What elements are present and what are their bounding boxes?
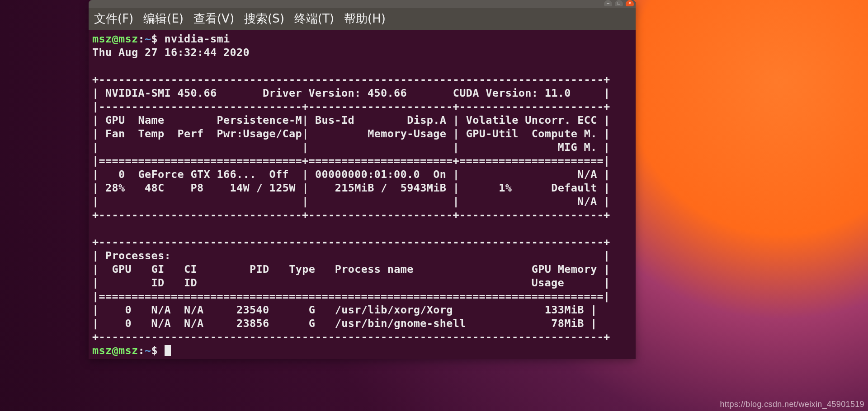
proc-row-type: G bbox=[309, 317, 316, 330]
menu-help[interactable]: 帮助(H) bbox=[344, 11, 386, 27]
col-pwr: Pwr:Usage/Cap bbox=[217, 127, 302, 140]
gpu-util: 1% bbox=[499, 182, 512, 194]
cuda-version-label: CUDA Version: bbox=[453, 87, 538, 99]
gpu-fan: 28% bbox=[105, 182, 125, 194]
prompt-sep: : bbox=[138, 33, 145, 45]
prompt-cwd: ~ bbox=[145, 33, 151, 45]
prompt-sep-2: : bbox=[138, 344, 145, 357]
col-persistence: Persistence-M bbox=[217, 114, 302, 126]
col-temp: Temp bbox=[138, 127, 165, 140]
gpu-pwr-cap: 125W bbox=[269, 182, 296, 194]
driver-version: 450.66 bbox=[368, 87, 407, 99]
menu-bar: 文件(F) 编辑(E) 查看(V) 搜索(S) 终端(T) 帮助(H) bbox=[89, 8, 636, 30]
maximize-button[interactable]: □ bbox=[615, 0, 623, 6]
proc-row-ci: N/A bbox=[184, 304, 204, 316]
proc-col-type: Type bbox=[289, 263, 315, 276]
smi-version-label: NVIDIA-SMI bbox=[105, 87, 171, 99]
smi-version: 450.66 bbox=[178, 87, 217, 99]
gpu-perf: P8 bbox=[191, 182, 204, 194]
gpu-dispa: On bbox=[433, 168, 446, 181]
col-dispa: Disp.A bbox=[407, 114, 446, 126]
prompt-cwd-2: ~ bbox=[145, 344, 151, 357]
menu-terminal[interactable]: 终端(T) bbox=[294, 11, 334, 27]
prompt-userhost: msz@msz bbox=[92, 33, 138, 45]
proc-row-name: /usr/lib/xorg/Xorg bbox=[335, 304, 453, 316]
col-name: Name bbox=[138, 114, 165, 126]
proc-row-gpu: 0 bbox=[125, 304, 132, 316]
col-busid: Bus-Id bbox=[315, 114, 354, 126]
driver-version-label: Driver Version: bbox=[263, 87, 361, 99]
proc-row-name: /usr/bin/gnome-shell bbox=[335, 317, 466, 330]
gpu-name: GeForce GTX 166... bbox=[138, 168, 256, 181]
terminal-window: – □ × 文件(F) 编辑(E) 查看(V) 搜索(S) 终端(T) 帮助(H… bbox=[89, 0, 636, 359]
smi-timestamp: Thu Aug 27 16:32:44 2020 bbox=[92, 46, 250, 59]
col-fan: Fan bbox=[105, 127, 125, 140]
proc-row-gi: N/A bbox=[151, 304, 171, 316]
command-text: nvidia-smi bbox=[165, 33, 230, 45]
proc-col-name: Process name bbox=[335, 263, 414, 276]
proc-row-gpu: 0 bbox=[125, 317, 132, 330]
prompt-userhost-2: msz@msz bbox=[92, 344, 138, 357]
col-memusage: Memory-Usage bbox=[368, 127, 446, 140]
col-volatile: Volatile Uncorr. ECC bbox=[466, 114, 597, 126]
menu-edit[interactable]: 编辑(E) bbox=[143, 11, 184, 27]
menu-search[interactable]: 搜索(S) bbox=[244, 11, 284, 27]
proc-col-usage: Usage bbox=[532, 276, 565, 289]
gpu-compute: Default bbox=[551, 182, 597, 194]
proc-row-ci: N/A bbox=[184, 317, 204, 330]
proc-col-mem: GPU Memory bbox=[532, 263, 597, 276]
close-button[interactable]: × bbox=[626, 0, 634, 6]
cuda-version: 11.0 bbox=[545, 87, 571, 99]
gpu-persistence: Off bbox=[269, 168, 289, 181]
proc-col-ci: CI bbox=[184, 263, 197, 276]
proc-row-mem: 133MiB bbox=[545, 304, 584, 316]
proc-title: Processes: bbox=[105, 249, 171, 262]
cursor bbox=[165, 345, 171, 356]
col-compute: Compute M. bbox=[532, 127, 597, 140]
gpu-ecc: N/A bbox=[577, 168, 597, 181]
terminal-content[interactable]: msz@msz:~$ nvidia-smi Thu Aug 27 16:32:4… bbox=[89, 30, 636, 359]
gpu-mem-used: 215MiB bbox=[335, 182, 374, 194]
gpu-pwr-usage: 14W bbox=[230, 182, 250, 194]
gpu-temp: 48C bbox=[145, 182, 165, 194]
col-perf: Perf bbox=[178, 127, 204, 140]
proc-col-ci-id: ID bbox=[184, 276, 197, 289]
proc-col-pid: PID bbox=[250, 263, 269, 276]
gpu-busid: 00000000:01:00.0 bbox=[315, 168, 420, 181]
prompt-sigil: $ bbox=[151, 33, 165, 45]
minimize-button[interactable]: – bbox=[604, 0, 612, 6]
col-gpuutil: GPU-Util bbox=[466, 127, 519, 140]
window-titlebar: – □ × bbox=[89, 0, 636, 8]
proc-row-pid: 23540 bbox=[236, 304, 269, 316]
proc-row-pid: 23856 bbox=[236, 317, 269, 330]
menu-file[interactable]: 文件(F) bbox=[94, 11, 133, 27]
proc-row-gi: N/A bbox=[151, 317, 171, 330]
proc-row-mem: 78MiB bbox=[551, 317, 584, 330]
col-gpu: GPU bbox=[105, 114, 125, 126]
gpu-mem-total: 5943MiB bbox=[401, 182, 447, 194]
proc-row-type: G bbox=[309, 304, 316, 316]
gpu-mig: N/A bbox=[577, 195, 597, 208]
prompt-sigil-2: $ bbox=[151, 344, 165, 357]
proc-col-gi-id: ID bbox=[151, 276, 165, 289]
col-mig: MIG M. bbox=[558, 141, 597, 154]
proc-col-gpu: GPU bbox=[112, 263, 132, 276]
proc-col-gi: GI bbox=[151, 263, 165, 276]
gpu-index: 0 bbox=[118, 168, 125, 181]
watermark: https://blog.csdn.net/weixin_45901519 bbox=[720, 400, 864, 409]
menu-view[interactable]: 查看(V) bbox=[193, 11, 234, 27]
